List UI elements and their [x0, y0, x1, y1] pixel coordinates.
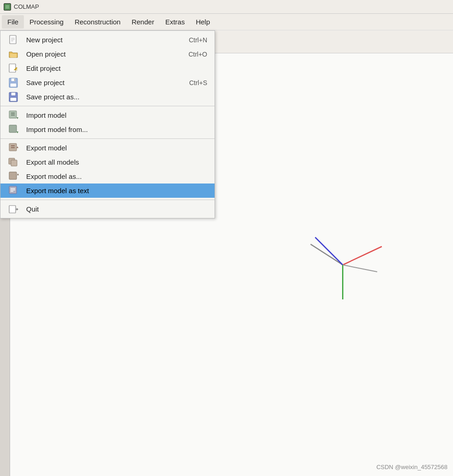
menu-item-import-model-from[interactable]: Import model from...	[0, 122, 215, 137]
import-model-icon	[7, 110, 20, 121]
svg-line-33	[311, 244, 343, 265]
svg-rect-1	[6, 5, 9, 9]
new-project-label: New project	[26, 36, 62, 44]
separator-2	[0, 138, 215, 139]
menu-item-edit-project[interactable]: Edit project	[0, 61, 215, 75]
svg-rect-61	[11, 145, 15, 146]
menu-bar: File Processing Reconstruction Render Ex…	[0, 14, 453, 30]
separator-1	[0, 106, 215, 106]
import-model-from-label: Import model from...	[26, 126, 88, 133]
menu-item-save-project-as[interactable]: Save project as...	[0, 90, 215, 104]
import-model-label: Import model	[26, 111, 67, 119]
menu-item-export-all-models[interactable]: Export all models	[0, 155, 215, 169]
svg-rect-48	[10, 83, 17, 87]
export-all-models-icon	[7, 157, 20, 168]
svg-rect-52	[10, 97, 17, 101]
import-model-from-icon	[7, 124, 20, 135]
dropdown-menu-container: New project Ctrl+N Open project Ctrl+O	[0, 30, 215, 218]
svg-marker-73	[17, 208, 18, 211]
menu-extras[interactable]: Extras	[160, 15, 191, 29]
file-menu-dropdown: New project Ctrl+N Open project Ctrl+O	[0, 30, 215, 218]
app-title: COLMAP	[14, 3, 39, 10]
svg-rect-49	[14, 79, 15, 81]
svg-rect-42	[10, 54, 17, 57]
svg-rect-51	[11, 92, 16, 96]
export-model-as-text-label: Export model as text	[26, 187, 89, 195]
menu-item-open-project[interactable]: Open project Ctrl+O	[0, 47, 215, 61]
menu-item-export-model[interactable]: Export model	[0, 141, 215, 155]
new-project-icon	[7, 34, 20, 46]
menu-item-save-project[interactable]: Save project Ctrl+S	[0, 75, 215, 90]
menu-render[interactable]: Render	[126, 15, 159, 29]
svg-line-35	[315, 237, 343, 265]
open-project-label: Open project	[26, 50, 66, 58]
svg-rect-71	[9, 206, 16, 213]
save-project-label: Save project	[26, 79, 64, 86]
menu-item-import-model[interactable]: Import model	[0, 108, 215, 122]
svg-marker-60	[17, 146, 18, 148]
svg-rect-56	[11, 115, 15, 115]
svg-marker-66	[17, 173, 19, 175]
svg-rect-62	[11, 147, 15, 148]
quit-icon	[7, 204, 20, 215]
svg-rect-43	[9, 64, 16, 72]
title-bar: COLMAP	[0, 0, 453, 14]
svg-rect-64	[11, 160, 17, 166]
menu-help[interactable]: Help	[190, 15, 215, 29]
open-project-shortcut: Ctrl+O	[188, 51, 207, 58]
export-all-models-label: Export all models	[26, 158, 79, 166]
new-project-shortcut: Ctrl+N	[189, 36, 207, 44]
menu-item-new-project[interactable]: New project Ctrl+N	[0, 33, 215, 47]
export-model-as-text-icon	[7, 185, 20, 196]
menu-item-quit[interactable]: Quit	[0, 202, 215, 216]
save-project-shortcut: Ctrl+S	[189, 79, 207, 86]
export-model-as-label: Export model as...	[26, 172, 82, 180]
edit-project-icon	[7, 63, 20, 74]
app-icon	[4, 3, 11, 11]
export-model-as-icon	[7, 171, 20, 182]
save-project-icon	[7, 77, 20, 88]
svg-marker-54	[17, 117, 18, 119]
open-project-icon	[7, 49, 20, 60]
export-model-icon	[7, 143, 20, 154]
menu-file[interactable]: File	[2, 15, 24, 29]
menu-processing[interactable]: Processing	[24, 15, 69, 29]
menu-reconstruction[interactable]: Reconstruction	[69, 15, 126, 29]
svg-rect-65	[9, 172, 17, 179]
export-model-label: Export model	[26, 144, 67, 152]
svg-line-37	[343, 265, 377, 272]
menu-item-export-model-as-text[interactable]: Export model as text	[0, 184, 215, 198]
save-project-as-icon	[7, 92, 20, 103]
save-project-as-label: Save project as...	[26, 93, 79, 101]
svg-rect-57	[9, 125, 17, 132]
quit-label: Quit	[26, 205, 39, 213]
svg-line-34	[343, 247, 382, 265]
menu-item-export-model-as[interactable]: Export model as...	[0, 169, 215, 184]
coordinate-axes	[297, 219, 389, 311]
svg-marker-58	[17, 132, 18, 133]
edit-project-label: Edit project	[26, 64, 61, 72]
watermark: CSDN @weixin_45572568	[376, 464, 447, 470]
separator-3	[0, 200, 215, 200]
svg-rect-55	[11, 113, 15, 114]
